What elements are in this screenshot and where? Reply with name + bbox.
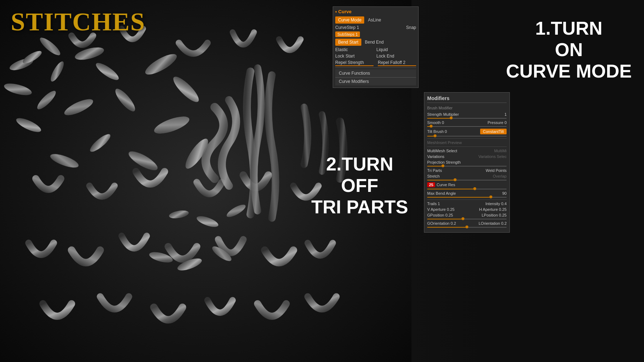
svg-point-1: [8, 56, 35, 73]
snap-label: Snap: [376, 25, 416, 30]
gorientation-label: GOrientation 0.2: [427, 221, 467, 225]
variations-select-label: Variations Selec: [478, 154, 507, 159]
svg-point-3: [3, 81, 33, 98]
instruction-2-line2: OFF: [341, 175, 378, 196]
as-line-label: AsLine: [366, 18, 416, 23]
multimesh-select-label: MultiMesh Select: [427, 149, 494, 153]
strength-multiplier-slider[interactable]: [427, 118, 507, 119]
substeps-button[interactable]: Bend Start: [335, 39, 361, 46]
svg-point-21: [225, 202, 247, 219]
max-bend-angle-value: 90: [502, 191, 507, 195]
max-bend-angle-slider[interactable]: [427, 197, 507, 198]
svg-point-22: [148, 250, 174, 265]
svg-point-13: [49, 151, 80, 170]
svg-point-6: [48, 60, 66, 83]
svg-point-9: [94, 60, 121, 83]
elastic-label: Elastic: [335, 47, 375, 52]
instruction-2: 2.TURN OFF TRI PARTS: [311, 154, 408, 218]
svg-point-11: [112, 86, 138, 114]
gposition-label: GPosition 0.25: [427, 213, 467, 217]
variations-label: Variations: [427, 154, 478, 159]
strength-multiplier-value: 1: [504, 112, 507, 116]
svg-point-8: [74, 45, 105, 63]
instruction-2-line1: 2.TURN: [326, 154, 393, 174]
projection-strength-slider[interactable]: [427, 166, 507, 167]
constant-tilt-button[interactable]: ConstantTilt: [480, 129, 507, 134]
instruction-1-line2: ON: [555, 39, 583, 60]
projection-strength-label: Projection Strength: [427, 160, 507, 164]
overlap-slider[interactable]: [427, 180, 507, 180]
curve-functions-button[interactable]: Curve Functions: [335, 69, 416, 78]
svg-point-2: [21, 49, 43, 65]
pressure-label: Pressure 0: [467, 120, 507, 125]
bend-end-label: Bend End: [363, 40, 416, 45]
stitches-title: STITCHES: [11, 7, 145, 37]
liquid-label: Liquid: [376, 47, 416, 52]
tri-parts-label: Tri Parts: [427, 168, 467, 173]
orientation-slider[interactable]: [427, 227, 507, 228]
instruction-1: 1.TURN ON CURVE MODE: [501, 18, 637, 82]
svg-point-14: [143, 50, 180, 78]
instruction-2-line3: TRI PARTS: [311, 197, 408, 217]
h-aperture-label: H Aperture 0.25: [467, 207, 507, 212]
smooth-slider[interactable]: [427, 126, 507, 127]
lorientation-label: LOrientation 0.2: [467, 221, 507, 225]
weld-points-label: Weld Points: [467, 168, 507, 173]
stretch-label: Stretch: [427, 174, 493, 178]
strength-multiplier-label: Strength Multiplier: [427, 112, 503, 116]
lposition-label: LPosition 0.25: [467, 213, 507, 217]
mesh-insert-preview-label: MeshInsert Preview: [427, 140, 462, 145]
instruction-1-line3: CURVE MODE: [506, 61, 632, 81]
curve-modifiers-button[interactable]: Curve Modifiers: [335, 78, 416, 85]
svg-point-18: [182, 136, 212, 172]
repel-strength-label: Repel Strength: [335, 60, 374, 66]
svg-point-24: [210, 244, 233, 264]
bend-start-button[interactable]: SubSteps 1: [335, 31, 360, 37]
tilt-brush-slider[interactable]: [427, 136, 507, 137]
intensity-label: Intensity 0.4: [467, 202, 507, 206]
svg-point-15: [170, 73, 202, 105]
smooth-label: Smooth 0: [427, 120, 467, 125]
repel-falloff-label: Repel Falloff 2: [378, 60, 416, 66]
curve-step-label: CurveStep 1: [335, 25, 375, 30]
svg-point-19: [169, 209, 190, 219]
curve-res-slider[interactable]: [427, 189, 507, 189]
svg-point-17: [126, 148, 160, 174]
modifiers-panel: Modifiers Brush Modifier Strength Multip…: [424, 92, 510, 233]
lock-end-label: Lock End: [376, 54, 416, 59]
modifiers-title: Modifiers: [427, 95, 507, 103]
curve-res-badge: 25: [427, 182, 435, 187]
svg-point-16: [152, 113, 191, 137]
svg-point-23: [176, 256, 203, 273]
multimi-label: MultiMi: [494, 149, 507, 153]
max-bend-angle-label: Max Bend Angle: [427, 191, 501, 195]
lock-start-label: Lock Start: [335, 54, 375, 59]
curve-mode-button[interactable]: Curve Mode: [335, 16, 364, 24]
position-slider[interactable]: [427, 219, 507, 219]
svg-point-12: [88, 132, 112, 154]
svg-point-7: [38, 35, 62, 58]
tilt-brush-label: Tilt Brush 0: [427, 129, 480, 134]
curve-panel: Curve Curve Mode AsLine CurveStep 1 Snap…: [333, 6, 419, 88]
trails-label: Trails 1: [427, 202, 467, 206]
overlap-label: Overlap: [493, 174, 507, 178]
svg-point-5: [14, 115, 43, 135]
instruction-1-line1: 1.TURN: [535, 18, 602, 39]
svg-point-10: [62, 96, 95, 119]
curve-panel-title: Curve: [335, 9, 416, 14]
svg-point-4: [35, 88, 58, 111]
curve-res-label: Curve Res: [436, 183, 507, 187]
v-aperture-label: V Aperture 0.25: [427, 207, 467, 212]
svg-point-20: [195, 214, 220, 229]
brush-modifier-label: Brush Modifier: [427, 106, 507, 110]
